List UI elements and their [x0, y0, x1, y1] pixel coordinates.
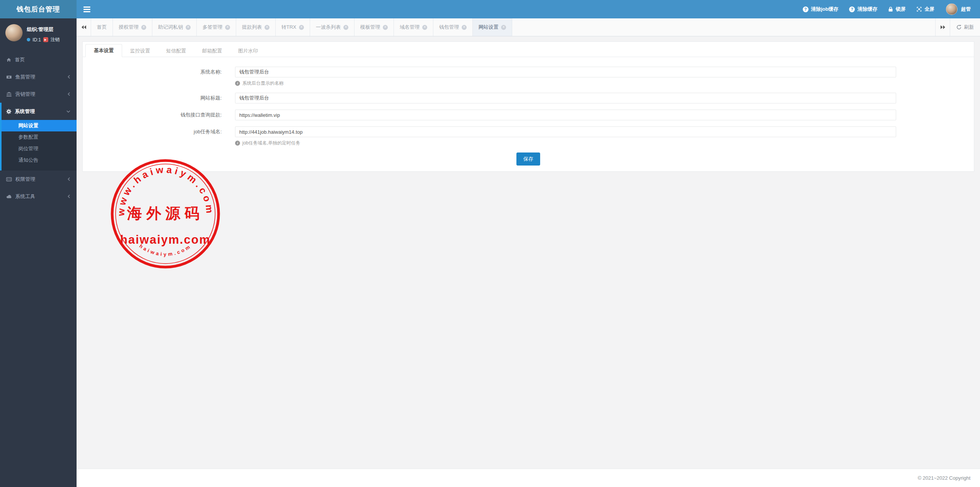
sidebar-item-param-config[interactable]: 参数配置: [2, 131, 77, 143]
clear-cache-button[interactable]: ? 清除缓存: [844, 0, 883, 18]
site-title-label: 网站标题:: [83, 93, 235, 103]
close-icon[interactable]: ×: [422, 25, 427, 30]
settings-tabs: 基本设置 监控设置 短信配置 邮箱配置 图片水印: [83, 42, 974, 57]
close-icon[interactable]: ×: [501, 25, 506, 30]
tab-yibosha-list[interactable]: 一波杀列表×: [310, 18, 354, 36]
info-icon: i: [235, 81, 240, 86]
bank-icon: [6, 92, 12, 97]
open-tabs-bar: 首页 授权管理× 助记词私钥× 多签管理× 提款列表× 转TRX× 一波杀列表×…: [77, 18, 980, 36]
sidebar-item-system-mgmt[interactable]: 系统管理: [2, 103, 77, 120]
tab-mnemonic-key[interactable]: 助记词私钥×: [152, 18, 197, 36]
profile-org: 组织:管理层: [27, 26, 60, 33]
sidebar-item-home[interactable]: 首页: [0, 51, 77, 68]
tab-sms-config[interactable]: 短信配置: [158, 45, 194, 57]
close-icon[interactable]: ×: [225, 25, 230, 30]
close-icon[interactable]: ×: [186, 25, 191, 30]
form-row: 网站标题:: [83, 93, 974, 103]
job-domain-help: i job任务域名,单独的定时任务: [235, 140, 974, 146]
info-icon: i: [235, 141, 240, 146]
close-icon[interactable]: ×: [141, 25, 146, 30]
gear-icon: [6, 109, 11, 114]
clear-job-cache-label: 清除job缓存: [811, 6, 839, 13]
main-area: 首页 授权管理× 助记词私钥× 多签管理× 提款列表× 转TRX× 一波杀列表×…: [77, 18, 980, 487]
lock-screen-button[interactable]: 锁屏: [883, 0, 911, 18]
scroll-tabs-right-button[interactable]: [935, 18, 950, 36]
tab-withdraw-list[interactable]: 提款列表×: [236, 18, 276, 36]
sidebar-item-system-tools[interactable]: 系统工具: [0, 188, 77, 205]
stamp-arc-top-text: www.haiwaiym.com: [115, 164, 215, 216]
logout-link[interactable]: 注销: [51, 36, 60, 43]
tab-home[interactable]: 首页: [91, 18, 113, 36]
sidebar-item-notice[interactable]: 通知公告: [2, 154, 77, 166]
clear-job-cache-button[interactable]: ? 清除job缓存: [797, 0, 844, 18]
tab-monitor-settings[interactable]: 监控设置: [122, 45, 158, 57]
tab-email-config[interactable]: 邮箱配置: [194, 45, 230, 57]
fullscreen-label: 全屏: [924, 6, 934, 13]
tab-basic-settings[interactable]: 基本设置: [85, 44, 122, 57]
profile-info: 组织:管理层 ID:1 注销: [27, 24, 60, 43]
sidebar-item-marketing-mgmt[interactable]: 营销管理: [0, 85, 77, 103]
idcard-icon: [6, 177, 12, 182]
double-arrow-right-icon: [940, 25, 946, 30]
tab-transfer-trx[interactable]: 转TRX×: [276, 18, 310, 36]
sidebar-toggle-button[interactable]: [77, 0, 97, 18]
fullscreen-icon: [916, 7, 922, 12]
job-domain-label: job任务域名:: [83, 126, 235, 146]
home-icon: [6, 57, 11, 62]
sidebar-item-site-settings[interactable]: 网站设置: [2, 120, 77, 131]
sidebar-item-permission-mgmt[interactable]: 权限管理: [0, 171, 77, 188]
tab-multisig-mgmt[interactable]: 多签管理×: [197, 18, 236, 36]
save-button[interactable]: 保存: [516, 152, 540, 166]
system-name-help: i 系统后台显示的名称: [235, 80, 974, 87]
scroll-tabs-left-button[interactable]: [77, 18, 91, 36]
close-icon[interactable]: ×: [383, 25, 388, 30]
header-actions: ? 清除job缓存 ? 清除缓存 锁屏 全屏 超管: [797, 0, 980, 18]
user-name: 超管: [961, 6, 971, 13]
wallet-api-input[interactable]: [235, 110, 896, 120]
close-icon[interactable]: ×: [462, 25, 467, 30]
stamp-outer-ring: [112, 161, 219, 267]
close-icon[interactable]: ×: [343, 25, 348, 30]
form-row: 钱包接口查询提款:: [83, 110, 974, 120]
question-circle-icon: ?: [849, 7, 855, 12]
tab-wallet-mgmt[interactable]: 钱包管理×: [433, 18, 473, 36]
user-avatar: [946, 3, 957, 15]
system-name-label: 系统名称:: [83, 67, 235, 87]
hamburger-icon: [83, 7, 90, 12]
stamp-center-en-text: haiwaiym.com: [120, 233, 211, 246]
sidebar-item-post-mgmt[interactable]: 岗位管理: [2, 143, 77, 154]
system-mgmt-submenu: 网站设置 参数配置 岗位管理 通知公告: [2, 120, 77, 171]
chevron-left-icon: [67, 194, 70, 198]
double-arrow-left-icon: [81, 25, 87, 30]
user-menu-button[interactable]: 超管: [940, 3, 973, 15]
fullscreen-button[interactable]: 全屏: [911, 0, 940, 18]
site-title-input[interactable]: [235, 93, 896, 103]
stamp-inner-ring: [116, 164, 215, 264]
profile-avatar[interactable]: [5, 24, 23, 41]
form-row: job任务域名: i job任务域名,单独的定时任务: [83, 126, 974, 146]
online-status-icon: [27, 38, 30, 41]
settings-card: 基本设置 监控设置 短信配置 邮箱配置 图片水印 系统名称: i 系统后台显示的…: [82, 41, 974, 172]
tab-site-settings[interactable]: 网站设置×: [473, 18, 512, 36]
tab-domain-mgmt[interactable]: 域名管理×: [394, 18, 433, 36]
sidebar: 组织:管理层 ID:1 注销 首页 鱼苗管理: [0, 18, 77, 487]
close-icon[interactable]: ×: [265, 25, 270, 30]
cloud-icon: [6, 194, 12, 199]
tab-image-watermark[interactable]: 图片水印: [230, 45, 266, 57]
refresh-tab-button[interactable]: 刷新: [950, 18, 980, 36]
brand-title: 钱包后台管理: [0, 0, 77, 18]
sidebar-item-fry-mgmt[interactable]: 鱼苗管理: [0, 68, 77, 85]
sign-out-icon: [43, 37, 48, 42]
system-name-input[interactable]: [235, 67, 896, 77]
job-domain-input[interactable]: [235, 126, 896, 137]
sidebar-section-system-mgmt: 系统管理 网站设置 参数配置 岗位管理 通知公告: [0, 103, 77, 171]
tab-auth-mgmt[interactable]: 授权管理×: [113, 18, 152, 36]
tab-template-mgmt[interactable]: 模板管理×: [354, 18, 394, 36]
close-icon[interactable]: ×: [299, 25, 304, 30]
sidebar-profile: 组织:管理层 ID:1 注销: [0, 18, 77, 48]
lock-icon: [888, 7, 893, 12]
sidebar-menu: 首页 鱼苗管理 营销管理 系统管理: [0, 51, 77, 205]
watermark-stamp: www.haiwaiym.com 海外源码 haiwaiym.com haiwa…: [109, 158, 221, 270]
top-header: 钱包后台管理 ? 清除job缓存 ? 清除缓存 锁屏 全屏: [0, 0, 980, 18]
stamp-center-cn-text: 海外源码: [127, 205, 204, 221]
